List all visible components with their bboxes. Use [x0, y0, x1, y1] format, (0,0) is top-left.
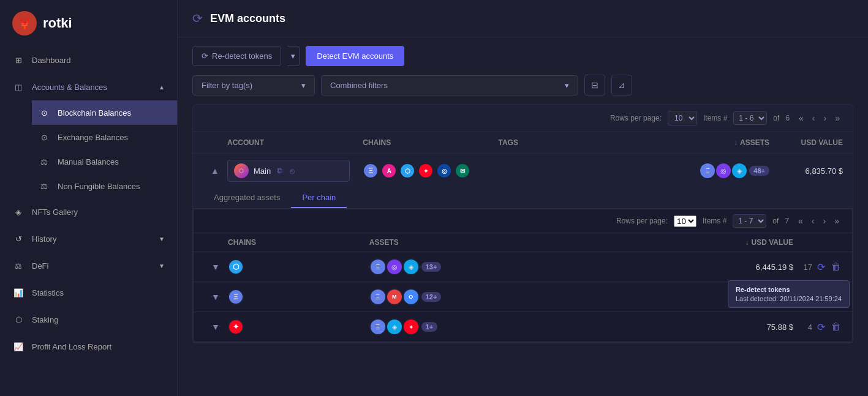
- inner-rows-per-page-select[interactable]: 10: [674, 215, 696, 227]
- tag-filter-chevron-icon: ▾: [301, 81, 306, 90]
- history-icon: ↺: [12, 233, 25, 245]
- combined-filter-select[interactable]: Combined filters ▾: [321, 75, 578, 95]
- blockchain-icon: ⊙: [38, 106, 50, 119]
- sidebar-item-nonfungible-balances[interactable]: ⚖ Non Fungible Balances: [32, 174, 177, 198]
- col-account-label: Account: [227, 138, 264, 147]
- inner-last-page-button[interactable]: »: [831, 215, 842, 227]
- sidebar-item-defi[interactable]: ⚖ DeFi ▼: [0, 252, 177, 279]
- gnosis-chain-icon: ✉: [455, 163, 470, 179]
- asset-eth-icon: Ξ: [699, 162, 716, 179]
- profit-loss-icon: 📈: [12, 340, 25, 353]
- inner-col-actions: [793, 238, 842, 247]
- tag-filter-placeholder: Filter by tag(s): [202, 81, 252, 90]
- inner-asset-eth-3: Ξ: [369, 318, 387, 335]
- op-icon-3: ✦: [228, 319, 244, 335]
- page-refresh-icon[interactable]: ⟳: [192, 11, 203, 26]
- inner-refresh-btn-1[interactable]: ⟳: [816, 260, 826, 274]
- sidebar-label-accounts: Accounts & Balances: [32, 83, 107, 92]
- sidebar-item-manual-balances[interactable]: ⚖ Manual Balances: [32, 149, 177, 174]
- sidebar-item-statistics[interactable]: 📊 Statistics: [0, 279, 177, 306]
- redetect-arrow-button[interactable]: ▾: [287, 46, 300, 66]
- arb-icon: ⬡: [228, 259, 244, 275]
- exchange-icon: ⊙: [38, 131, 50, 143]
- inner-pagination-controls: « ‹ › »: [795, 215, 842, 227]
- inner-delete-btn-1[interactable]: 🗑: [830, 260, 842, 274]
- redetect-tokens-button[interactable]: ⟳ Re-detect tokens: [192, 46, 281, 66]
- filter-funnel-button[interactable]: ⊿: [611, 75, 632, 95]
- last-page-button[interactable]: »: [832, 112, 843, 124]
- account-expand-button[interactable]: ▲: [203, 166, 227, 176]
- inner-asset-eth-2: Ξ: [369, 288, 387, 305]
- inner-next-page-button[interactable]: ›: [820, 215, 829, 227]
- redetect-label: Re-detect tokens: [212, 51, 272, 61]
- accounts-icon: ◫: [12, 81, 25, 93]
- sidebar-item-exchange-balances[interactable]: ⊙ Exchange Balances: [32, 125, 177, 149]
- sidebar-label-manual: Manual Balances: [58, 157, 119, 166]
- tab-aggregated-label: Aggregated assets: [214, 193, 280, 202]
- inner-items-range-select[interactable]: 1 - 7: [733, 214, 766, 228]
- inner-col-chains: Chains: [228, 238, 369, 247]
- col-chains-label: Chains: [363, 138, 391, 147]
- inner-of-label: of: [772, 217, 779, 225]
- items-range-select[interactable]: 1 - 6: [733, 111, 767, 125]
- sidebar-item-profit-loss[interactable]: 📈 Profit And Loss Report: [0, 333, 177, 360]
- inner-table-header-controls: Rows per page: 10 Items # 1 - 7 of 7 «: [194, 209, 852, 233]
- sidebar-item-history[interactable]: ↺ History ▼: [0, 225, 177, 252]
- app-logo: 🦞 rotki: [0, 0, 177, 47]
- table-header-controls: Rows per page: 10 25 50 Items # 1 - 6 of…: [193, 105, 853, 132]
- redetect-icon: ⟳: [202, 51, 208, 61]
- inner-col-assets: Assets: [369, 238, 652, 247]
- inner-usd-label: USD value: [752, 238, 793, 247]
- copy-address-button[interactable]: ⧉: [276, 165, 284, 177]
- inner-assets-3: Ξ ◈ ✦ 1+: [369, 318, 652, 335]
- filter-settings-button[interactable]: ⊟: [584, 75, 605, 95]
- rows-per-page-select[interactable]: 10 25 50: [668, 111, 697, 125]
- inner-items-label: Items #: [703, 217, 726, 225]
- sidebar-label-nonfungible: Non Fungible Balances: [58, 182, 140, 191]
- account-assets: Ξ ◎ ◈ 48+: [634, 162, 769, 179]
- nonfungible-icon: ⚖: [38, 180, 50, 192]
- inner-asset-b-1: ◈: [402, 258, 420, 275]
- inner-row-expand-btn-3[interactable]: ▼: [203, 322, 228, 332]
- sidebar-label-defi: DeFi: [32, 261, 48, 271]
- inner-assets-1: Ξ ◎ ◈ 13+: [369, 258, 652, 275]
- inner-asset-ole-2: O: [402, 288, 420, 305]
- sidebar-item-staking[interactable]: ⬡ Staking: [0, 306, 177, 333]
- sidebar-item-nfts-gallery[interactable]: ◈ NFTs Gallery: [0, 198, 177, 225]
- sidebar-item-accounts-balances[interactable]: ◫ Accounts & Balances ▲: [0, 73, 177, 100]
- open-external-button[interactable]: ⎋: [289, 165, 296, 177]
- inner-prev-page-button[interactable]: ‹: [809, 215, 818, 227]
- inner-usd-3: 75.88 $: [652, 323, 793, 332]
- account-avatar: ⬡: [234, 163, 249, 178]
- inner-first-page-button[interactable]: «: [795, 215, 806, 227]
- sidebar-label-exchange: Exchange Balances: [58, 133, 128, 142]
- tab-aggregated-assets[interactable]: Aggregated assets: [203, 188, 291, 208]
- inner-asset-b-3: ◈: [386, 318, 403, 335]
- op-chain-icon: ✦: [418, 163, 434, 179]
- col-usd-label: USD value: [801, 138, 843, 147]
- inner-row-expand-btn-1[interactable]: ▼: [203, 262, 228, 272]
- sidebar-item-dashboard[interactable]: ⊞ Dashboard: [0, 47, 177, 73]
- asset-blue-icon: ◈: [731, 162, 748, 179]
- inner-row-expand-btn-2[interactable]: ▼: [203, 292, 228, 302]
- col-assets: ↓ Assets: [634, 138, 769, 147]
- inner-refresh-btn-3[interactable]: ⟳: [816, 320, 826, 334]
- tab-per-chain[interactable]: Per chain: [291, 188, 347, 208]
- inner-count-1: 17: [804, 263, 812, 272]
- col-chains: Chains: [363, 138, 498, 147]
- eth-icon-2: Ξ: [228, 289, 244, 305]
- first-page-button[interactable]: «: [796, 112, 807, 124]
- items-label: Items #: [703, 114, 727, 122]
- prev-page-button[interactable]: ‹: [809, 112, 818, 124]
- inner-delete-btn-3[interactable]: 🗑: [830, 320, 842, 334]
- eth-chain-icon: Ξ: [363, 163, 379, 179]
- sidebar-item-blockchain-balances[interactable]: ⊙ Blockchain Balances: [32, 100, 177, 125]
- inner-table-row: ▼ ✦ Ξ ◈ ✦ 1+ 75.88 $ 4 ⟳ 🗑: [194, 312, 852, 342]
- detect-evm-button[interactable]: Detect EVM accounts: [306, 46, 404, 66]
- account-row: ▲ ⬡ Main ⧉ ⎋ Ξ A ⬡ ✦ ◎ ✉ Ξ: [193, 154, 853, 343]
- tag-filter-select[interactable]: Filter by tag(s) ▾: [192, 75, 315, 95]
- next-page-button[interactable]: ›: [821, 112, 830, 124]
- matic-chain-icon: A: [381, 163, 397, 179]
- inner-chain-eth: Ξ: [228, 289, 369, 305]
- sidebar-nav: ⊞ Dashboard ◫ Accounts & Balances ▲ ⊙ Bl…: [0, 47, 177, 396]
